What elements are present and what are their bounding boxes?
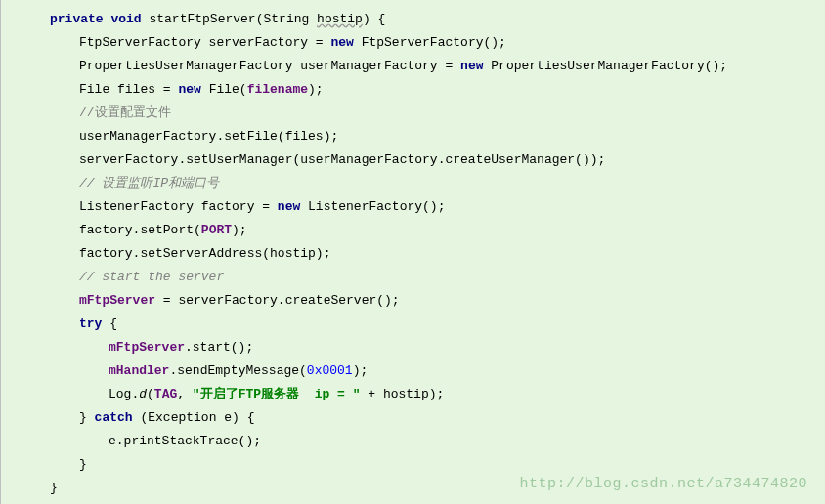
code-line: try {	[50, 313, 825, 336]
text: }	[79, 410, 95, 425]
keyword: private	[50, 12, 104, 26]
text: .sendEmptyMessage(	[169, 363, 306, 378]
code-line: //设置配置文件	[50, 102, 825, 125]
static-method: d	[139, 387, 147, 401]
keyword: catch	[95, 410, 133, 425]
text: ListenerFactory();	[300, 199, 445, 214]
text: );	[353, 363, 369, 378]
comment: // start the server	[79, 270, 224, 284]
text: factory.setServerAddress(hostip);	[79, 246, 330, 261]
code-line: factory.setPort(PORT);	[50, 219, 825, 242]
text: );	[232, 223, 247, 237]
keyword: new	[178, 82, 200, 97]
code-line: FtpServerFactory serverFactory = new Ftp…	[50, 31, 825, 55]
text: }	[79, 457, 87, 472]
keyword: void	[110, 12, 141, 26]
text: FtpServerFactory();	[354, 35, 506, 50]
code-line: // 设置监听IP和端口号	[50, 172, 825, 195]
code-line: serverFactory.setUserManager(userManager…	[50, 148, 825, 172]
keyword: new	[460, 59, 483, 73]
code-line: File files = new File(filename);	[50, 78, 825, 102]
text: FtpServerFactory serverFactory =	[79, 35, 330, 50]
text: ,	[177, 387, 193, 401]
code-line: mFtpServer.start();	[50, 336, 825, 359]
keyword: try	[79, 316, 102, 331]
parameter: hostip	[317, 12, 363, 26]
text: Log.	[109, 387, 139, 401]
field: TAG	[154, 387, 177, 401]
text: ) {	[363, 12, 385, 26]
text: (	[147, 387, 154, 401]
text: factory.setPort(	[79, 223, 201, 237]
code-line: mHandler.sendEmptyMessage(0x0001);	[50, 359, 825, 383]
code-line: userManagerFactory.setFile(files);	[50, 125, 825, 148]
text: serverFactory.setUserManager(userManager…	[79, 152, 605, 167]
text: .start();	[185, 340, 253, 355]
code-line: factory.setServerAddress(hostip);	[50, 242, 825, 266]
text: }	[50, 481, 58, 495]
code-block: private void startFtpServer(String hosti…	[1, 0, 825, 504]
code-line: Log.d(TAG, "开启了FTP服务器 ip = " + hostip);	[50, 383, 825, 406]
code-line: PropertiesUserManagerFactory userManager…	[50, 55, 825, 78]
code-line: // start the server	[50, 266, 825, 289]
comment: // 设置监听IP和端口号	[79, 176, 219, 190]
field: mFtpServer	[79, 293, 155, 308]
text: userManagerFactory.setFile(files);	[79, 129, 338, 144]
field: filename	[247, 82, 308, 97]
text: );	[308, 82, 324, 97]
field: mFtpServer	[109, 340, 185, 355]
text: ListenerFactory factory =	[79, 199, 278, 214]
field: PORT	[201, 223, 232, 237]
keyword: new	[278, 199, 300, 214]
text: PropertiesUserManagerFactory();	[483, 59, 727, 73]
method-name: startFtpServer(String	[149, 12, 317, 26]
text: + hostip);	[360, 387, 444, 401]
text: {	[102, 316, 117, 331]
text: File(	[201, 82, 247, 97]
field: mHandler	[109, 363, 169, 378]
text: (Exception e) {	[133, 410, 255, 425]
text: e.printStackTrace();	[109, 434, 261, 448]
keyword: new	[330, 35, 353, 50]
text: File files =	[79, 82, 178, 97]
text: PropertiesUserManagerFactory userManager…	[79, 59, 460, 73]
code-line: } catch (Exception e) {	[50, 406, 825, 430]
code-line: e.printStackTrace();	[50, 430, 825, 453]
code-line: mFtpServer = serverFactory.createServer(…	[50, 289, 825, 313]
comment: //设置配置文件	[79, 105, 171, 120]
number: 0x0001	[307, 363, 353, 378]
code-line: private void startFtpServer(String hosti…	[50, 8, 825, 31]
string: "开启了FTP服务器 ip = "	[193, 387, 361, 401]
code-line: ListenerFactory factory = new ListenerFa…	[50, 195, 825, 219]
watermark: http://blog.csdn.net/a734474820	[519, 473, 807, 496]
text: = serverFactory.createServer();	[155, 293, 400, 308]
